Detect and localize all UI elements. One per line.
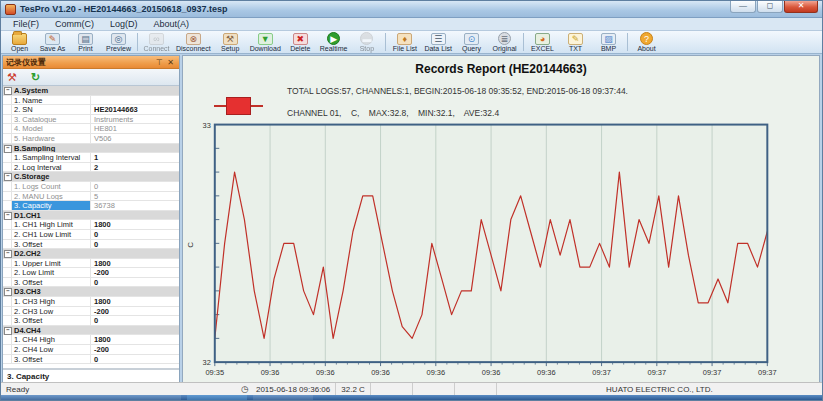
property-row[interactable]: 1. CH3 High1800 bbox=[3, 297, 179, 307]
maximize-button[interactable]: ◻ bbox=[757, 1, 783, 13]
property-value[interactable]: 0 bbox=[91, 278, 179, 287]
property-row[interactable]: 3. Offset0 bbox=[3, 355, 179, 365]
property-value[interactable]: 1800 bbox=[91, 297, 179, 306]
menu-item-log[interactable]: Log(D) bbox=[102, 19, 146, 29]
realtime-icon: ▶ bbox=[327, 32, 340, 45]
property-row[interactable]: 3. Offset0 bbox=[3, 240, 179, 250]
toolbar-button-excel[interactable]: ◕EXCEL bbox=[526, 31, 559, 53]
excel-icon: ◕ bbox=[535, 33, 550, 45]
property-section-d2.ch2[interactable]: D2.CH2 bbox=[3, 249, 179, 259]
toolbar-button-about[interactable]: ?About bbox=[630, 31, 663, 53]
property-value[interactable]: 0 bbox=[91, 240, 179, 249]
row-gutter bbox=[3, 96, 12, 105]
status-company: HUATO ELECTRIC CO., LTD. bbox=[497, 383, 822, 395]
property-section-d4.ch4[interactable]: D4.CH4 bbox=[3, 326, 179, 336]
property-value[interactable]: 1 bbox=[91, 153, 179, 162]
property-row[interactable]: 2. Low Limit-200 bbox=[3, 268, 179, 278]
toolbar-button-save-as[interactable]: ✎Save As bbox=[36, 31, 69, 53]
svg-text:09:36: 09:36 bbox=[537, 368, 556, 377]
property-value[interactable]: 0 bbox=[91, 316, 179, 325]
property-row[interactable]: 1. Upper Limit1800 bbox=[3, 259, 179, 269]
svg-text:09:36: 09:36 bbox=[371, 368, 390, 377]
property-row[interactable]: 2. SNHE20144663 bbox=[3, 105, 179, 115]
property-value[interactable]: 0 bbox=[91, 355, 179, 364]
records-chart[interactable]: 09:352015/06/1809:3609:362015/06/1809:36… bbox=[183, 56, 819, 383]
property-value[interactable]: 1800 bbox=[91, 220, 179, 229]
collapse-icon[interactable] bbox=[3, 249, 12, 258]
property-row[interactable]: 4. ModelHE801 bbox=[3, 124, 179, 134]
property-section-b.sampling[interactable]: B.Sampling bbox=[3, 144, 179, 154]
property-row[interactable]: 2. Log Interval2 bbox=[3, 163, 179, 173]
property-value[interactable]: -200 bbox=[91, 307, 179, 316]
toolbar-button-disconnect[interactable]: ⊗Disconnect bbox=[173, 31, 214, 53]
collapse-icon[interactable] bbox=[3, 86, 12, 95]
toolbar-button-preview[interactable]: ◎Preview bbox=[102, 31, 135, 53]
property-name: 2. CH1 Low Limit bbox=[12, 230, 91, 239]
collapse-icon[interactable] bbox=[3, 287, 12, 296]
channel-legend bbox=[214, 97, 263, 115]
toolbar-button-realtime[interactable]: ▶Realtime bbox=[317, 31, 351, 53]
toolbar-button-file-list[interactable]: ♦File List bbox=[388, 31, 421, 53]
setup-tools-icon[interactable]: ⚒ bbox=[7, 70, 17, 84]
toolbar-button-txt[interactable]: ✎TXT bbox=[559, 31, 592, 53]
property-value[interactable]: V506 bbox=[91, 134, 179, 143]
property-row[interactable]: 2. CH1 Low Limit0 bbox=[3, 230, 179, 240]
menu-item-file[interactable]: File(F) bbox=[5, 19, 47, 29]
collapse-icon[interactable] bbox=[3, 172, 12, 181]
property-row[interactable]: 2. CH4 Low-200 bbox=[3, 345, 179, 355]
property-row[interactable]: 1. CH4 High1800 bbox=[3, 335, 179, 345]
property-row[interactable]: 3. Offset0 bbox=[3, 278, 179, 288]
property-row[interactable]: 2. MANU Logs5 bbox=[3, 192, 179, 202]
property-row[interactable]: 5. HardwareV506 bbox=[3, 134, 179, 144]
property-name: 1. Logs Count bbox=[12, 182, 91, 191]
toolbar-button-print[interactable]: ▤Print bbox=[69, 31, 102, 53]
toolbar-button-open[interactable]: Open bbox=[3, 31, 36, 53]
property-row[interactable]: 3. Capacity36738 bbox=[3, 201, 179, 211]
collapse-icon[interactable] bbox=[3, 326, 12, 335]
toolbar-button-label: Disconnect bbox=[176, 45, 211, 52]
property-section-d3.ch3[interactable]: D3.CH3 bbox=[3, 287, 179, 297]
property-value[interactable]: HE20144663 bbox=[91, 105, 179, 114]
property-value[interactable]: -200 bbox=[91, 268, 179, 277]
toolbar-button-data-list[interactable]: ☰Data List bbox=[421, 31, 455, 53]
property-section-c.storage[interactable]: C.Storage bbox=[3, 172, 179, 182]
property-row[interactable]: 2. CH3 Low-200 bbox=[3, 307, 179, 317]
property-section-a.system[interactable]: A.System bbox=[3, 86, 179, 96]
property-row[interactable]: 1. Logs Count0 bbox=[3, 182, 179, 192]
toolbar-button-original[interactable]: ≣Original bbox=[488, 31, 521, 53]
toolbar-button-delete[interactable]: ✖Delete bbox=[284, 31, 317, 53]
property-value[interactable]: Instruments bbox=[91, 115, 179, 124]
property-value[interactable]: -200 bbox=[91, 345, 179, 354]
property-value[interactable] bbox=[91, 96, 179, 105]
svg-text:09:36: 09:36 bbox=[482, 368, 501, 377]
toolbar-button-bmp[interactable]: ▨BMP bbox=[592, 31, 625, 53]
refresh-icon[interactable]: ↻ bbox=[31, 70, 40, 84]
property-value[interactable]: 0 bbox=[91, 230, 179, 239]
property-value[interactable]: 2 bbox=[91, 163, 179, 172]
property-value[interactable]: 1800 bbox=[91, 335, 179, 344]
close-button[interactable]: ✕ bbox=[784, 1, 818, 13]
section-label: D3.CH3 bbox=[12, 287, 43, 296]
property-row[interactable]: 1. Sampling Interval1 bbox=[3, 153, 179, 163]
collapse-icon[interactable] bbox=[3, 211, 12, 220]
collapse-icon[interactable] bbox=[3, 144, 12, 153]
property-row[interactable]: 1. CH1 High Limit1800 bbox=[3, 220, 179, 230]
toolbar-button-query[interactable]: ⊙Query bbox=[455, 31, 488, 53]
property-row[interactable]: 1. Name bbox=[3, 96, 179, 106]
property-value[interactable]: 36738 bbox=[91, 201, 179, 210]
property-value[interactable]: 1800 bbox=[91, 259, 179, 268]
property-value[interactable]: HE801 bbox=[91, 124, 179, 133]
menu-item-about[interactable]: About(A) bbox=[146, 19, 198, 29]
toolbar-button-download[interactable]: ▼Download bbox=[247, 31, 284, 53]
toolbar-separator bbox=[137, 33, 138, 51]
toolbar-button-setup[interactable]: ⚒Setup bbox=[214, 31, 247, 53]
property-section-d1.ch1[interactable]: D1.CH1 bbox=[3, 211, 179, 221]
property-value[interactable]: 5 bbox=[91, 192, 179, 201]
property-value[interactable]: 0 bbox=[91, 182, 179, 191]
close-icon[interactable]: ✕ bbox=[165, 58, 176, 67]
menu-item-comm[interactable]: Comm(C) bbox=[47, 19, 102, 29]
property-row[interactable]: 3. Offset0 bbox=[3, 316, 179, 326]
property-row[interactable]: 3. CatalogueInstruments bbox=[3, 115, 179, 125]
minimize-button[interactable]: — bbox=[730, 1, 756, 13]
pin-icon[interactable]: ⊤ bbox=[154, 58, 165, 67]
